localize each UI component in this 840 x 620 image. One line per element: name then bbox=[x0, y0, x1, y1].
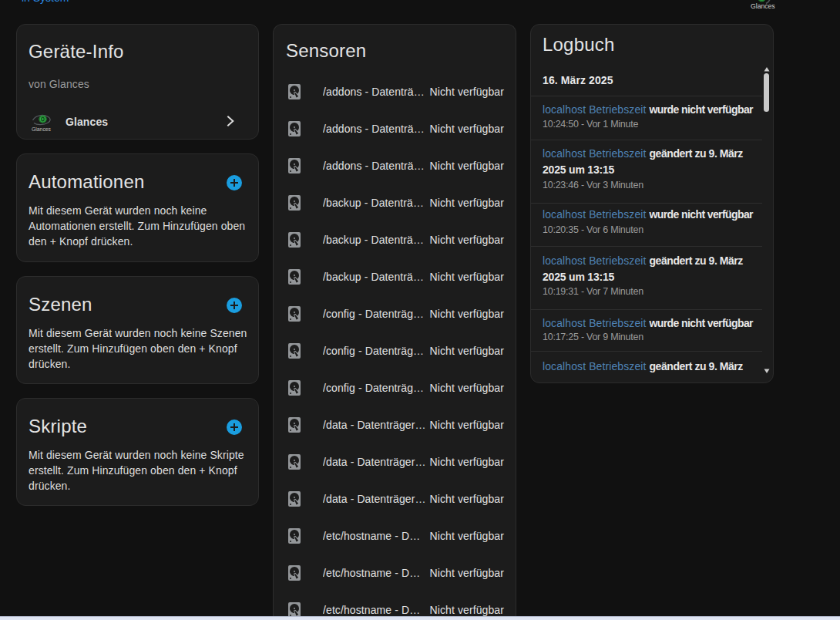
svg-text:Glances: Glances bbox=[32, 126, 52, 132]
svg-text:Glances: Glances bbox=[751, 2, 775, 10]
